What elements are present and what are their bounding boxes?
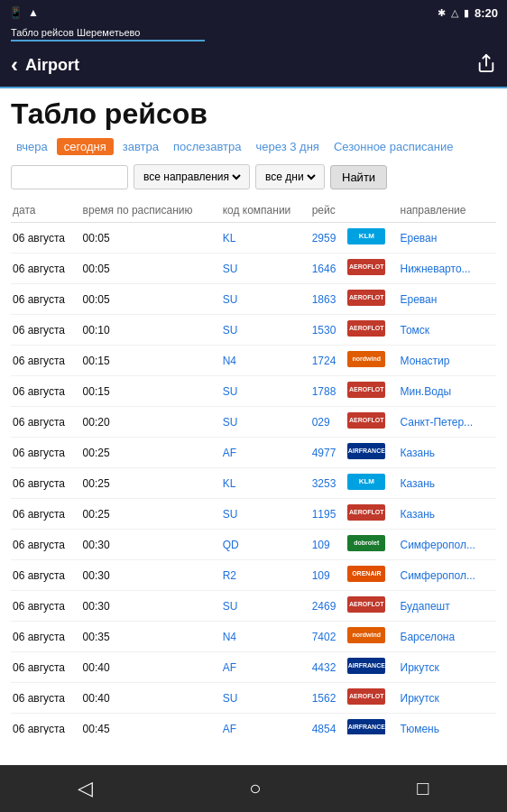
cell-time: 00:10: [81, 315, 221, 346]
table-row: 06 августа 00:05 KL 2959 KLM Ереван: [11, 223, 496, 254]
cell-code[interactable]: SU: [221, 683, 310, 714]
cell-direction[interactable]: Барселона: [399, 622, 497, 652]
cell-direction[interactable]: Нижневарто...: [399, 254, 497, 284]
cell-direction[interactable]: Казань: [399, 438, 497, 468]
cell-code[interactable]: R2: [221, 560, 310, 591]
cell-flight[interactable]: 1562: [310, 683, 346, 714]
direction-select[interactable]: все направления: [140, 170, 244, 184]
cell-direction[interactable]: Ереван: [399, 223, 497, 254]
cell-logo: KLM: [346, 468, 398, 499]
cell-direction[interactable]: Мин.Воды: [399, 376, 497, 407]
cell-flight[interactable]: 1646: [310, 254, 346, 284]
day-dropdown[interactable]: все дни: [255, 164, 325, 189]
cell-direction[interactable]: Будапешт: [399, 591, 497, 622]
cell-code[interactable]: KL: [221, 468, 310, 499]
cell-time: 00:05: [81, 284, 221, 315]
cell-date: 06 августа: [11, 591, 81, 622]
cell-date: 06 августа: [11, 652, 81, 683]
search-input[interactable]: [11, 165, 128, 189]
cell-logo: AIRFRANCE: [346, 652, 398, 683]
cell-direction[interactable]: Ереван: [399, 284, 497, 315]
cell-flight[interactable]: 2959: [310, 223, 346, 254]
cell-code[interactable]: QD: [221, 530, 310, 560]
cell-direction[interactable]: Тюмень: [399, 714, 497, 735]
cell-direction[interactable]: Казань: [399, 468, 497, 499]
cell-direction[interactable]: Монастир: [399, 346, 497, 376]
table-row: 06 августа 00:45 AF 4854 AIRFRANCE Тюмен…: [11, 714, 496, 735]
cell-flight[interactable]: 4854: [310, 714, 346, 735]
cell-direction[interactable]: Казань: [399, 499, 497, 530]
cell-code[interactable]: N4: [221, 346, 310, 376]
cell-code[interactable]: SU: [221, 407, 310, 438]
cell-code[interactable]: SU: [221, 254, 310, 284]
tab-tomorrow[interactable]: завтра: [117, 138, 164, 155]
cell-direction[interactable]: Иркутск: [399, 652, 497, 683]
cell-logo: AEROFLOT: [346, 407, 398, 438]
cell-logo: AIRFRANCE: [346, 438, 398, 468]
table-row: 06 августа 00:15 N4 1724 nordwind Монаст…: [11, 346, 496, 376]
nav-recent-button[interactable]: □: [399, 770, 447, 807]
cell-direction[interactable]: Санкт-Петер...: [399, 407, 497, 438]
flights-table-container[interactable]: дата время по расписанию код компании ре…: [11, 202, 496, 734]
tab-yesterday[interactable]: вчера: [11, 138, 53, 155]
cell-code[interactable]: N4: [221, 622, 310, 652]
cell-flight[interactable]: 2469: [310, 591, 346, 622]
cell-flight[interactable]: 7402: [310, 622, 346, 652]
cell-flight[interactable]: 4977: [310, 438, 346, 468]
cell-flight[interactable]: 1724: [310, 346, 346, 376]
bluetooth-icon: ✱: [438, 7, 446, 19]
cell-code[interactable]: SU: [221, 591, 310, 622]
direction-dropdown[interactable]: все направления: [134, 164, 250, 189]
nav-back-button[interactable]: ◁: [60, 770, 111, 807]
cell-logo: dobrolet: [346, 530, 398, 560]
cell-time: 00:25: [81, 468, 221, 499]
cell-code[interactable]: AF: [221, 714, 310, 735]
cell-direction[interactable]: Симферопол...: [399, 560, 497, 591]
cell-code[interactable]: AF: [221, 438, 310, 468]
cell-direction[interactable]: Томск: [399, 315, 497, 346]
col-date: дата: [11, 202, 81, 223]
cell-code[interactable]: KL: [221, 223, 310, 254]
table-row: 06 августа 00:05 SU 1863 AEROFLOT Ереван: [11, 284, 496, 315]
cell-flight[interactable]: 4432: [310, 652, 346, 683]
tab-today[interactable]: сегодня: [57, 138, 114, 155]
cell-flight[interactable]: 1788: [310, 376, 346, 407]
cell-logo: AEROFLOT: [346, 591, 398, 622]
tab-day-after[interactable]: послезавтра: [168, 138, 247, 155]
cell-flight[interactable]: 1863: [310, 284, 346, 315]
share-button[interactable]: [476, 53, 496, 78]
cell-date: 06 августа: [11, 499, 81, 530]
nav-home-button[interactable]: ○: [231, 770, 279, 807]
page-title: Табло рейсов: [11, 97, 496, 131]
cell-code[interactable]: SU: [221, 284, 310, 315]
bottom-nav: ◁ ○ □: [0, 765, 507, 812]
day-tabs: вчера сегодня завтра послезавтра через 3…: [11, 138, 496, 155]
cell-logo: AEROFLOT: [346, 315, 398, 346]
cell-flight[interactable]: 1195: [310, 499, 346, 530]
cell-flight[interactable]: 109: [310, 560, 346, 591]
cell-code[interactable]: SU: [221, 376, 310, 407]
table-row: 06 августа 00:30 SU 2469 AEROFLOT Будапе…: [11, 591, 496, 622]
cell-time: 00:40: [81, 652, 221, 683]
cell-direction[interactable]: Иркутск: [399, 683, 497, 714]
app-bar: ‹ Airport: [0, 43, 507, 88]
tab-seasonal[interactable]: Сезонное расписание: [328, 138, 458, 155]
cell-logo: ORENAIR: [346, 560, 398, 591]
cell-date: 06 августа: [11, 223, 81, 254]
cell-flight[interactable]: 029: [310, 407, 346, 438]
cell-flight[interactable]: 1530: [310, 315, 346, 346]
cell-flight[interactable]: 3253: [310, 468, 346, 499]
tab-3-days[interactable]: через 3 дня: [251, 138, 325, 155]
cell-date: 06 августа: [11, 468, 81, 499]
cell-date: 06 августа: [11, 560, 81, 591]
cell-code[interactable]: AF: [221, 652, 310, 683]
cell-date: 06 августа: [11, 530, 81, 560]
app-bar-title: Airport: [18, 56, 476, 75]
cell-code[interactable]: SU: [221, 315, 310, 346]
search-button[interactable]: Найти: [330, 165, 387, 189]
day-select[interactable]: все дни: [262, 170, 318, 184]
cell-direction[interactable]: Симферопол...: [399, 530, 497, 560]
back-button[interactable]: ‹: [11, 52, 18, 78]
cell-flight[interactable]: 109: [310, 530, 346, 560]
cell-code[interactable]: SU: [221, 499, 310, 530]
